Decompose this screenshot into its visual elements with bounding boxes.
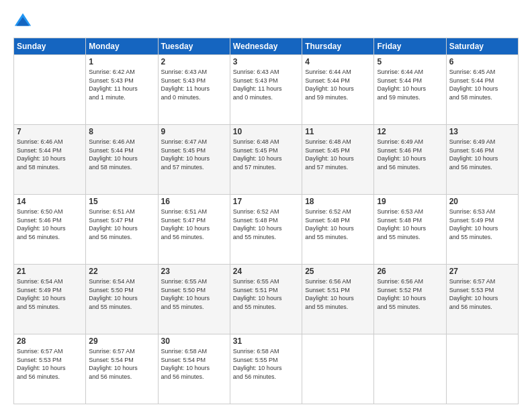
calendar-cell: 23Sunrise: 6:55 AM Sunset: 5:50 PM Dayli… — [158, 265, 230, 334]
day-number: 26 — [377, 267, 443, 276]
day-number: 17 — [233, 197, 299, 206]
calendar-cell: 12Sunrise: 6:49 AM Sunset: 5:46 PM Dayli… — [374, 125, 446, 195]
calendar-week-4: 21Sunrise: 6:54 AM Sunset: 5:49 PM Dayli… — [14, 265, 519, 334]
day-info: Sunrise: 6:44 AM Sunset: 5:44 PM Dayligh… — [377, 68, 443, 101]
day-info: Sunrise: 6:46 AM Sunset: 5:44 PM Dayligh… — [17, 138, 83, 171]
day-info: Sunrise: 6:53 AM Sunset: 5:48 PM Dayligh… — [377, 208, 443, 241]
day-info: Sunrise: 6:57 AM Sunset: 5:53 PM Dayligh… — [449, 277, 515, 311]
calendar-table: SundayMondayTuesdayWednesdayThursdayFrid… — [13, 38, 519, 404]
day-number: 8 — [89, 127, 154, 136]
day-info: Sunrise: 6:52 AM Sunset: 5:48 PM Dayligh… — [233, 208, 299, 241]
calendar-cell: 13Sunrise: 6:49 AM Sunset: 5:46 PM Dayli… — [446, 125, 518, 195]
day-info: Sunrise: 6:52 AM Sunset: 5:48 PM Dayligh… — [305, 208, 371, 241]
calendar-cell: 7Sunrise: 6:46 AM Sunset: 5:44 PM Daylig… — [14, 125, 86, 195]
calendar-cell: 21Sunrise: 6:54 AM Sunset: 5:49 PM Dayli… — [14, 265, 86, 334]
calendar-week-1: 1Sunrise: 6:42 AM Sunset: 5:43 PM Daylig… — [14, 55, 519, 125]
day-number: 23 — [161, 267, 227, 276]
calendar-header-row: SundayMondayTuesdayWednesdayThursdayFrid… — [14, 38, 519, 55]
day-number: 4 — [305, 57, 371, 66]
day-info: Sunrise: 6:49 AM Sunset: 5:46 PM Dayligh… — [449, 138, 515, 171]
calendar-cell: 11Sunrise: 6:48 AM Sunset: 5:45 PM Dayli… — [302, 125, 374, 195]
day-number: 1 — [89, 57, 154, 66]
calendar-week-5: 28Sunrise: 6:57 AM Sunset: 5:53 PM Dayli… — [14, 334, 519, 404]
day-number: 30 — [161, 336, 227, 346]
column-header-monday: Monday — [86, 38, 158, 55]
day-number: 18 — [305, 197, 371, 206]
calendar-cell: 10Sunrise: 6:48 AM Sunset: 5:45 PM Dayli… — [230, 125, 302, 195]
day-info: Sunrise: 6:54 AM Sunset: 5:49 PM Dayligh… — [17, 277, 83, 311]
column-header-friday: Friday — [374, 38, 446, 55]
day-number: 16 — [161, 197, 227, 206]
column-header-wednesday: Wednesday — [230, 38, 302, 55]
day-number: 9 — [161, 127, 227, 136]
day-info: Sunrise: 6:57 AM Sunset: 5:54 PM Dayligh… — [89, 347, 154, 381]
calendar-cell: 28Sunrise: 6:57 AM Sunset: 5:53 PM Dayli… — [14, 334, 86, 404]
calendar-cell — [14, 55, 86, 125]
day-number: 27 — [449, 267, 515, 276]
day-info: Sunrise: 6:58 AM Sunset: 5:55 PM Dayligh… — [233, 347, 299, 381]
column-header-thursday: Thursday — [302, 38, 374, 55]
day-number: 31 — [233, 336, 299, 346]
calendar-cell: 8Sunrise: 6:46 AM Sunset: 5:44 PM Daylig… — [86, 125, 158, 195]
logo — [13, 12, 35, 31]
day-info: Sunrise: 6:53 AM Sunset: 5:49 PM Dayligh… — [449, 208, 515, 241]
day-info: Sunrise: 6:48 AM Sunset: 5:45 PM Dayligh… — [305, 138, 371, 171]
day-number: 6 — [449, 57, 515, 66]
day-info: Sunrise: 6:43 AM Sunset: 5:43 PM Dayligh… — [233, 68, 299, 101]
day-number: 13 — [449, 127, 515, 136]
calendar-cell: 22Sunrise: 6:54 AM Sunset: 5:50 PM Dayli… — [86, 265, 158, 334]
day-info: Sunrise: 6:56 AM Sunset: 5:51 PM Dayligh… — [305, 277, 371, 311]
day-number: 25 — [305, 267, 371, 276]
day-info: Sunrise: 6:58 AM Sunset: 5:54 PM Dayligh… — [161, 347, 227, 381]
day-number: 14 — [17, 197, 83, 206]
day-info: Sunrise: 6:47 AM Sunset: 5:45 PM Dayligh… — [161, 138, 227, 171]
calendar-cell — [446, 334, 518, 404]
day-info: Sunrise: 6:42 AM Sunset: 5:43 PM Dayligh… — [89, 68, 154, 101]
calendar-cell: 25Sunrise: 6:56 AM Sunset: 5:51 PM Dayli… — [302, 265, 374, 334]
header — [13, 12, 519, 31]
calendar-cell: 5Sunrise: 6:44 AM Sunset: 5:44 PM Daylig… — [374, 55, 446, 125]
calendar-cell: 31Sunrise: 6:58 AM Sunset: 5:55 PM Dayli… — [230, 334, 302, 404]
calendar-cell: 1Sunrise: 6:42 AM Sunset: 5:43 PM Daylig… — [86, 55, 158, 125]
column-header-tuesday: Tuesday — [158, 38, 230, 55]
day-info: Sunrise: 6:45 AM Sunset: 5:44 PM Dayligh… — [449, 68, 515, 101]
day-info: Sunrise: 6:48 AM Sunset: 5:45 PM Dayligh… — [233, 138, 299, 171]
day-number: 5 — [377, 57, 443, 66]
calendar-cell: 4Sunrise: 6:44 AM Sunset: 5:44 PM Daylig… — [302, 55, 374, 125]
column-header-saturday: Saturday — [446, 38, 518, 55]
day-info: Sunrise: 6:44 AM Sunset: 5:44 PM Dayligh… — [305, 68, 371, 101]
day-info: Sunrise: 6:50 AM Sunset: 5:46 PM Dayligh… — [17, 208, 83, 241]
calendar-cell: 19Sunrise: 6:53 AM Sunset: 5:48 PM Dayli… — [374, 195, 446, 265]
calendar-cell: 16Sunrise: 6:51 AM Sunset: 5:47 PM Dayli… — [158, 195, 230, 265]
calendar-cell: 15Sunrise: 6:51 AM Sunset: 5:47 PM Dayli… — [86, 195, 158, 265]
day-number: 10 — [233, 127, 299, 136]
calendar-cell: 6Sunrise: 6:45 AM Sunset: 5:44 PM Daylig… — [446, 55, 518, 125]
calendar-cell: 17Sunrise: 6:52 AM Sunset: 5:48 PM Dayli… — [230, 195, 302, 265]
day-number: 7 — [17, 127, 83, 136]
day-info: Sunrise: 6:43 AM Sunset: 5:43 PM Dayligh… — [161, 68, 227, 101]
day-number: 22 — [89, 267, 154, 276]
calendar-cell — [302, 334, 374, 404]
calendar-cell: 14Sunrise: 6:50 AM Sunset: 5:46 PM Dayli… — [14, 195, 86, 265]
logo-icon — [13, 12, 32, 31]
day-info: Sunrise: 6:55 AM Sunset: 5:50 PM Dayligh… — [161, 277, 227, 311]
calendar-cell: 2Sunrise: 6:43 AM Sunset: 5:43 PM Daylig… — [158, 55, 230, 125]
calendar-cell: 29Sunrise: 6:57 AM Sunset: 5:54 PM Dayli… — [86, 334, 158, 404]
day-number: 20 — [449, 197, 515, 206]
calendar-cell: 9Sunrise: 6:47 AM Sunset: 5:45 PM Daylig… — [158, 125, 230, 195]
calendar-cell — [374, 334, 446, 404]
calendar-week-2: 7Sunrise: 6:46 AM Sunset: 5:44 PM Daylig… — [14, 125, 519, 195]
day-number: 21 — [17, 267, 83, 276]
day-info: Sunrise: 6:56 AM Sunset: 5:52 PM Dayligh… — [377, 277, 443, 311]
calendar-week-3: 14Sunrise: 6:50 AM Sunset: 5:46 PM Dayli… — [14, 195, 519, 265]
day-number: 19 — [377, 197, 443, 206]
day-info: Sunrise: 6:54 AM Sunset: 5:50 PM Dayligh… — [89, 277, 154, 311]
day-number: 12 — [377, 127, 443, 136]
day-number: 11 — [305, 127, 371, 136]
day-number: 15 — [89, 197, 154, 206]
page: SundayMondayTuesdayWednesdayThursdayFrid… — [0, 0, 532, 411]
day-info: Sunrise: 6:49 AM Sunset: 5:46 PM Dayligh… — [377, 138, 443, 171]
day-info: Sunrise: 6:51 AM Sunset: 5:47 PM Dayligh… — [89, 208, 154, 241]
calendar-cell: 26Sunrise: 6:56 AM Sunset: 5:52 PM Dayli… — [374, 265, 446, 334]
calendar-cell: 24Sunrise: 6:55 AM Sunset: 5:51 PM Dayli… — [230, 265, 302, 334]
